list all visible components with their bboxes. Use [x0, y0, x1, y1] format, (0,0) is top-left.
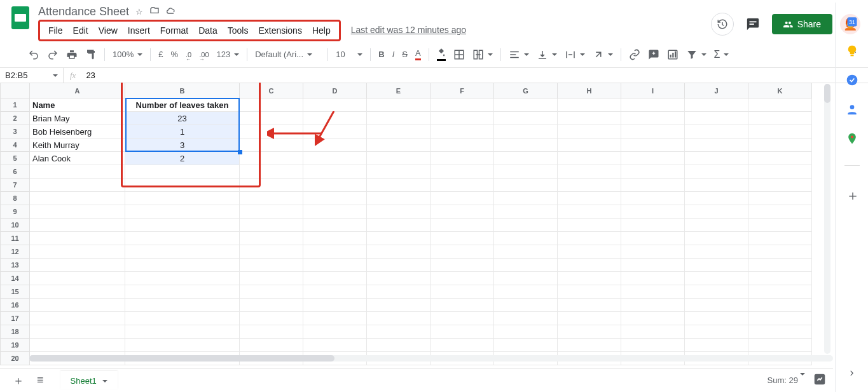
cell-K17[interactable]: [748, 312, 812, 325]
filter-dropdown[interactable]: [684, 46, 709, 63]
cell-G4[interactable]: [494, 139, 558, 152]
cell-E7[interactable]: [367, 179, 431, 192]
row-header-3[interactable]: 3: [1, 125, 30, 139]
cell-B8[interactable]: [125, 192, 240, 205]
cell-A10[interactable]: [30, 219, 125, 232]
cell-C4[interactable]: [240, 139, 303, 152]
row-header-20[interactable]: 20: [1, 352, 30, 365]
cell-A8[interactable]: [30, 192, 125, 205]
cell-H1[interactable]: [558, 98, 621, 112]
print-button[interactable]: [64, 46, 80, 63]
menu-edit[interactable]: Edit: [69, 23, 93, 38]
cell-A4[interactable]: Keith Murray: [30, 139, 125, 152]
cell-F4[interactable]: [431, 139, 494, 152]
cell-K9[interactable]: [748, 205, 812, 219]
cell-B7[interactable]: [125, 179, 240, 192]
move-icon[interactable]: [149, 6, 160, 18]
cell-H15[interactable]: [558, 285, 621, 299]
cell-E15[interactable]: [367, 285, 431, 299]
status-sum[interactable]: Sum: 29: [768, 375, 805, 385]
explore-button[interactable]: [813, 372, 827, 388]
cell-I9[interactable]: [621, 205, 685, 219]
currency-button[interactable]: £: [156, 47, 165, 62]
cell-I13[interactable]: [621, 259, 685, 272]
vertical-scrollbar[interactable]: [822, 84, 832, 354]
cell-F19[interactable]: [431, 339, 494, 352]
comments-button[interactable]: [741, 13, 764, 36]
cell-G15[interactable]: [494, 285, 558, 299]
row-header-11[interactable]: 11: [1, 232, 30, 245]
row-header-6[interactable]: 6: [1, 165, 30, 179]
calendar-icon[interactable]: 31: [846, 15, 858, 28]
cell-K19[interactable]: [748, 339, 812, 352]
row-header-12[interactable]: 12: [1, 245, 30, 259]
menu-help[interactable]: Help: [308, 23, 335, 38]
cell-F8[interactable]: [431, 192, 494, 205]
cell-G2[interactable]: [494, 112, 558, 125]
cell-B6[interactable]: [125, 165, 240, 179]
cell-F17[interactable]: [431, 312, 494, 325]
sheets-logo[interactable]: [8, 5, 33, 30]
cell-F11[interactable]: [431, 232, 494, 245]
cell-E1[interactable]: [367, 98, 431, 112]
cell-J7[interactable]: [685, 179, 748, 192]
cell-J19[interactable]: [685, 339, 748, 352]
last-edit-link[interactable]: Last edit was 12 minutes ago: [351, 25, 466, 35]
cell-D5[interactable]: [303, 152, 367, 165]
cell-H12[interactable]: [558, 245, 621, 259]
cell-G16[interactable]: [494, 299, 558, 312]
share-button[interactable]: Share: [772, 14, 832, 34]
cell-C1[interactable]: [240, 98, 303, 112]
cell-E18[interactable]: [367, 325, 431, 339]
star-icon[interactable]: ☆: [135, 7, 143, 17]
cell-G3[interactable]: [494, 125, 558, 139]
addons-icon[interactable]: ＋: [846, 186, 858, 199]
menu-view[interactable]: View: [94, 23, 122, 38]
cell-C16[interactable]: [240, 299, 303, 312]
cell-G5[interactable]: [494, 152, 558, 165]
cell-C18[interactable]: [240, 325, 303, 339]
cell-J18[interactable]: [685, 325, 748, 339]
col-header-G[interactable]: G: [494, 83, 558, 98]
cell-B13[interactable]: [125, 259, 240, 272]
cell-J4[interactable]: [685, 139, 748, 152]
row-header-14[interactable]: 14: [1, 272, 30, 285]
cell-F7[interactable]: [431, 179, 494, 192]
increase-decimal-button[interactable]: .00→: [196, 47, 211, 62]
cell-I3[interactable]: [621, 125, 685, 139]
cell-C2[interactable]: [240, 112, 303, 125]
cell-B18[interactable]: [125, 325, 240, 339]
doc-title[interactable]: Attendance Sheet: [38, 5, 129, 18]
cell-K18[interactable]: [748, 325, 812, 339]
menu-file[interactable]: File: [44, 23, 67, 38]
cell-G12[interactable]: [494, 245, 558, 259]
cell-C15[interactable]: [240, 285, 303, 299]
cell-A19[interactable]: [30, 339, 125, 352]
zoom-dropdown[interactable]: 100%: [110, 47, 145, 62]
cell-G19[interactable]: [494, 339, 558, 352]
cell-D15[interactable]: [303, 285, 367, 299]
cell-J12[interactable]: [685, 245, 748, 259]
cell-F12[interactable]: [431, 245, 494, 259]
cell-F1[interactable]: [431, 98, 494, 112]
cell-F3[interactable]: [431, 125, 494, 139]
cell-B4[interactable]: 3: [125, 139, 240, 152]
cell-I8[interactable]: [621, 192, 685, 205]
add-sheet-button[interactable]: ＋: [6, 369, 31, 392]
cell-C11[interactable]: [240, 232, 303, 245]
cell-G18[interactable]: [494, 325, 558, 339]
horizontal-align-dropdown[interactable]: [506, 46, 532, 63]
cell-C17[interactable]: [240, 312, 303, 325]
cell-F9[interactable]: [431, 205, 494, 219]
cell-K6[interactable]: [748, 165, 812, 179]
merge-cells-dropdown[interactable]: [470, 46, 495, 63]
cell-J17[interactable]: [685, 312, 748, 325]
cell-D11[interactable]: [303, 232, 367, 245]
cell-F18[interactable]: [431, 325, 494, 339]
cell-A9[interactable]: [30, 205, 125, 219]
cell-C8[interactable]: [240, 192, 303, 205]
font-size-dropdown[interactable]: 10: [333, 47, 365, 62]
more-formats-dropdown[interactable]: 123: [214, 47, 242, 62]
cell-I15[interactable]: [621, 285, 685, 299]
menu-data[interactable]: Data: [194, 23, 222, 38]
